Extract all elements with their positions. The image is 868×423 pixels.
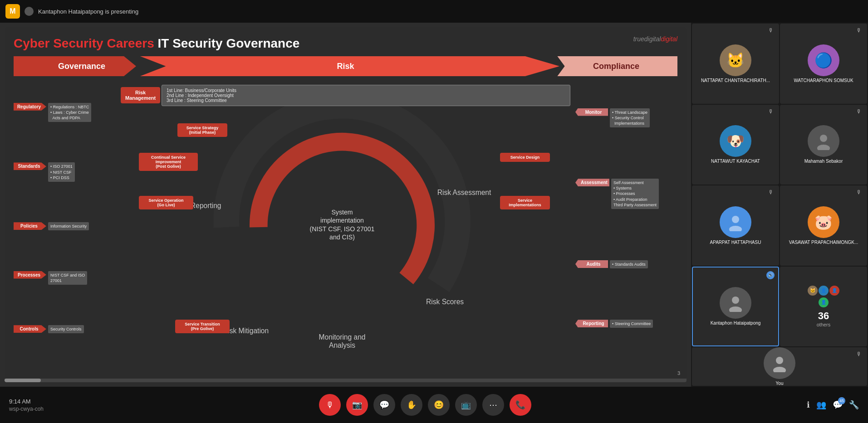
slide-title-red: Cyber Security Careers bbox=[14, 36, 154, 50]
audits-label: Audits bbox=[575, 260, 608, 268]
participant-tile-aparpat[interactable]: 🎙 APARPAT HATTAPHASU bbox=[692, 185, 779, 266]
avatar-you bbox=[764, 347, 795, 379]
controls-row: Controls Security Controls bbox=[14, 325, 109, 333]
risk-management-box: RiskManagement bbox=[121, 87, 160, 103]
participant-tile-others[interactable]: 🐱 👤 👤 👤 36 others bbox=[780, 267, 867, 347]
assessment-label: Assessment bbox=[575, 179, 609, 186]
participant-tile-watcharaphon[interactable]: 🎙 🔵 WATCHARAPHON SOMSUK bbox=[780, 24, 867, 104]
mute-icon-watcharaphon: 🎙 bbox=[856, 27, 863, 34]
audits-row: Audits • Standards Audits bbox=[575, 260, 677, 268]
avatar-nattapat: 🐱 bbox=[720, 44, 751, 76]
info-button[interactable]: ℹ bbox=[807, 400, 810, 410]
emoji-button[interactable]: 😊 bbox=[428, 394, 450, 416]
controls-label: Controls bbox=[14, 325, 46, 333]
others-avatars: 🐱 👤 👤 👤 bbox=[805, 286, 842, 308]
service-operation-box: Service Operation(Go Live) bbox=[139, 196, 193, 209]
name-mahamah: Mahamah Sebakor bbox=[803, 159, 845, 164]
raisehand-icon: ✋ bbox=[407, 400, 417, 410]
slide-inner: truedigitaldigital Cyber Security Career… bbox=[5, 27, 687, 382]
camera-button[interactable]: 📷 bbox=[346, 394, 368, 416]
svg-text:Risk Mitigation: Risk Mitigation bbox=[223, 327, 269, 335]
avatar-nattawut: 🐶 bbox=[720, 125, 751, 157]
slide-content: truedigitaldigital Cyber Security Career… bbox=[0, 23, 691, 387]
slide-scrollbar[interactable] bbox=[5, 379, 687, 382]
name-nattawut: NATTAWUT KAYACHAT bbox=[709, 159, 762, 164]
svg-point-14 bbox=[732, 297, 739, 304]
avatar-mahamah bbox=[808, 125, 839, 157]
regulatory-box: • Regulations : NBTC• Laws : Cyber Crime… bbox=[48, 103, 91, 122]
monitor-label: Monitor bbox=[575, 108, 608, 116]
policies-box: Information Security bbox=[48, 222, 89, 230]
participant-tile-nattawut[interactable]: 🎙 🐶 NATTAWUT KAYACHAT bbox=[692, 105, 779, 185]
presenter-text: Kantaphon Hataipatpong is presenting bbox=[38, 8, 138, 15]
regulatory-row: Regulatory • Regulations : NBTC• Laws : … bbox=[14, 103, 109, 122]
mini-av-4: 👤 bbox=[819, 297, 829, 307]
service-transition-box: Service Transition(Pre Golive) bbox=[175, 320, 230, 333]
present-button[interactable]: 📺 bbox=[455, 394, 477, 416]
meeting-id: wsp-cwya-coh bbox=[9, 406, 44, 412]
svg-point-12 bbox=[732, 216, 739, 223]
slide-scrollbar-thumb[interactable] bbox=[5, 379, 41, 382]
more-icon: ⋯ bbox=[489, 400, 497, 410]
participant-tile-mahamah[interactable]: 🎙 Mahamah Sebakor bbox=[780, 105, 867, 185]
mic-button[interactable]: 🎙 bbox=[319, 394, 341, 416]
svg-text:Monitoring and: Monitoring and bbox=[319, 333, 366, 341]
svg-text:implementation: implementation bbox=[320, 217, 364, 224]
standards-box: • ISO 27001• NIST CSF• PCI DSS bbox=[48, 162, 75, 181]
activities-button[interactable]: 🔧 bbox=[849, 400, 859, 410]
regulatory-label: Regulatory bbox=[14, 103, 46, 111]
others-label: others bbox=[817, 322, 831, 327]
end-call-icon: 📞 bbox=[515, 400, 525, 410]
page-number: 3 bbox=[677, 370, 680, 376]
assessment-box: Self Assessment• Systems• Processes• Aud… bbox=[611, 179, 659, 209]
audits-box: • Standards Audits bbox=[610, 260, 648, 268]
mute-icon-vasawat: 🎙 bbox=[856, 189, 863, 196]
participant-tile-vasawat[interactable]: 🎙 🐷 VASAWAT PRAPACHAIMONGK... bbox=[780, 185, 867, 266]
bottom-bar: 9:14 AM wsp-cwya-coh 🎙 📷 💬 ✋ 😊 📺 ⋯ 📞 ℹ � bbox=[0, 387, 868, 423]
mute-icon-aparpat: 🎙 bbox=[768, 189, 775, 196]
top-bar: M Kantaphon Hataipatpong is presenting bbox=[0, 0, 868, 23]
present-icon: 📺 bbox=[461, 400, 471, 410]
svg-point-13 bbox=[729, 226, 742, 231]
svg-text:System: System bbox=[331, 209, 353, 216]
end-call-button[interactable]: 📞 bbox=[510, 394, 531, 416]
name-vasawat: VASAWAT PRAPACHAIMONGK... bbox=[787, 240, 860, 245]
svg-point-15 bbox=[729, 306, 742, 312]
svg-text:Reporting: Reporting bbox=[191, 202, 221, 209]
name-aparpat: APARPAT HATTAPHASU bbox=[708, 240, 763, 245]
svg-text:and CIS): and CIS) bbox=[329, 233, 355, 241]
avatar-watcharaphon: 🔵 bbox=[808, 44, 839, 76]
controls-box: Security Controls bbox=[48, 325, 84, 333]
emoji-icon: 😊 bbox=[434, 400, 444, 410]
right-reporting-label: Reporting bbox=[575, 320, 608, 327]
right-reporting-row: Reporting • Steering Committee bbox=[575, 320, 677, 328]
mute-icon-mahamah: 🎙 bbox=[856, 108, 863, 116]
people-button[interactable]: 👥 bbox=[816, 400, 826, 410]
right-labels-col: Monitor • Threat Landscape• Security Con… bbox=[575, 83, 677, 354]
raisehand-button[interactable]: ✋ bbox=[401, 394, 422, 416]
svg-text:Risk Scores: Risk Scores bbox=[426, 298, 464, 306]
camera-icon: 📷 bbox=[352, 400, 362, 410]
name-nattapat: NATTAPAT CHANTRACHIRATH... bbox=[699, 78, 772, 83]
assessment-row: Assessment Self Assessment• Systems• Pro… bbox=[575, 179, 677, 209]
policies-label: Policies bbox=[14, 222, 46, 230]
slide-title-white: IT Security Governance bbox=[158, 36, 300, 50]
chat-button[interactable]: 💬 45 bbox=[833, 400, 843, 410]
more-button[interactable]: ⋯ bbox=[482, 394, 504, 416]
slide-background: truedigitaldigital Cyber Security Career… bbox=[5, 27, 687, 382]
left-labels-col: Regulatory • Regulations : NBTC• Laws : … bbox=[14, 83, 109, 354]
processes-box: NIST CSF and ISO27001 bbox=[48, 271, 87, 285]
service-design-box: Service Design bbox=[500, 153, 550, 162]
participant-tile-you[interactable]: 🎙 You bbox=[692, 347, 867, 386]
mute-icon-nattawut: 🎙 bbox=[768, 108, 775, 116]
grc-banner: Governance Risk Compliance bbox=[14, 56, 677, 76]
processes-label: Processes bbox=[14, 271, 46, 279]
avatar-aparpat bbox=[720, 206, 751, 238]
chat-badge: 45 bbox=[838, 397, 845, 404]
participant-tile-kantaphon[interactable]: 🔊 Kantaphon Hataipatpong bbox=[692, 267, 779, 347]
participant-tile-nattapat[interactable]: 🎙 🐱 NATTAPAT CHANTRACHIRATH... bbox=[692, 24, 779, 104]
service-improvement-box: Continual ServiceImprovement(Post Golive… bbox=[139, 153, 198, 171]
presenter-avatar bbox=[25, 7, 34, 16]
risk-lines-box: 1st Line: Business/Corporate Units 2nd L… bbox=[162, 85, 570, 106]
captions-button[interactable]: 💬 bbox=[373, 394, 395, 416]
